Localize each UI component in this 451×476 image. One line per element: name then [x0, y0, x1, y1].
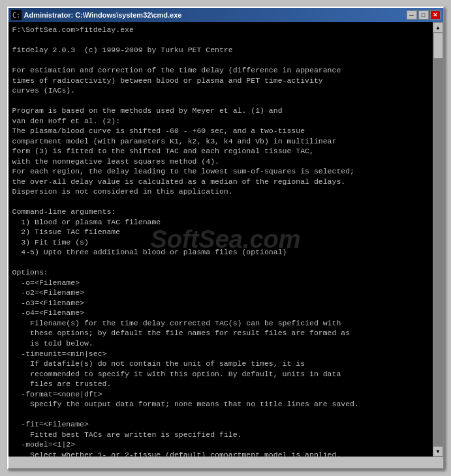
scrollbar-thumb[interactable] [433, 33, 443, 59]
maximize-button[interactable]: □ [418, 10, 429, 20]
close-button[interactable]: ✕ [430, 10, 441, 20]
scrollbar-track[interactable] [433, 33, 443, 446]
scroll-down-button[interactable]: ▼ [433, 446, 443, 456]
scroll-up-button[interactable]: ▲ [433, 22, 443, 33]
terminal-output[interactable]: F:\SoftSea.com>fitdelay.exe fitdelay 2.0… [8, 22, 433, 456]
title-bar: C:\ Administrator: C:\Windows\system32\c… [8, 8, 443, 22]
minimize-button[interactable]: ─ [407, 10, 417, 20]
scrollbar[interactable]: ▲ ▼ [433, 22, 443, 456]
cmd-icon: C:\ [11, 10, 22, 20]
status-bar [8, 456, 443, 468]
cmd-window: C:\ Administrator: C:\Windows\system32\c… [7, 7, 444, 469]
svg-text:C:\: C:\ [12, 12, 21, 19]
title-bar-left: C:\ Administrator: C:\Windows\system32\c… [11, 10, 182, 20]
title-bar-buttons: ─ □ ✕ [407, 10, 441, 20]
content-area: F:\SoftSea.com>fitdelay.exe fitdelay 2.0… [8, 22, 443, 456]
window-title: Administrator: C:\Windows\system32\cmd.e… [24, 11, 182, 19]
